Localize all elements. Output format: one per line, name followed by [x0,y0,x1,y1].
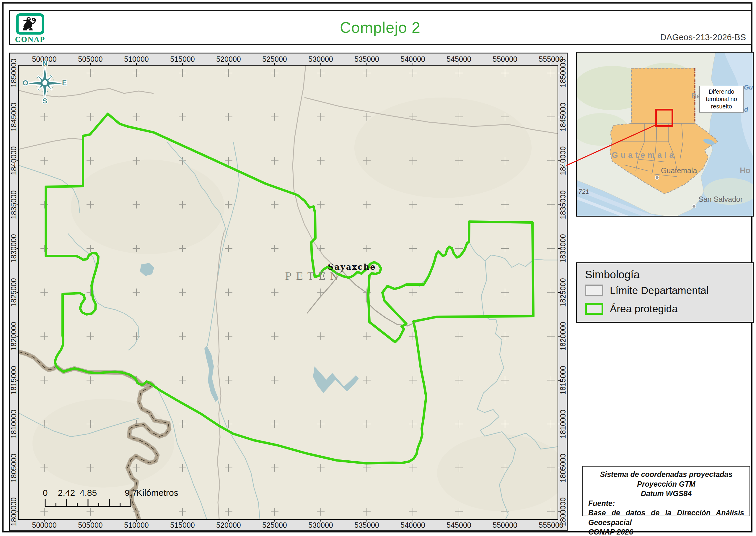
page-title: Complejo 2 [10,11,751,44]
compass-rose: N S E O [23,61,67,105]
axis-tick-label: 525000 [262,55,287,63]
credits-source-line: Base de datos de la Dirección Análisis G… [588,508,744,527]
axis-tick-label: 525000 [262,521,287,529]
header: CONAP Complejo 2 DAGeos-213-2026-BS [9,10,752,45]
axis-tick [413,519,413,521]
axis-tick [228,63,229,66]
credits-line: Datum WGS84 [588,489,744,498]
axis-tick [551,519,551,521]
axis-tick [557,512,560,512]
department-label: PETÉN [285,271,343,282]
territorial-note: Diferendo territorial no resuelto [699,86,743,113]
legend-item-label: Área protegida [610,303,678,315]
axis-tick [16,292,19,293]
axis-tick-label: 535000 [354,55,379,63]
axis-tick [557,292,560,293]
axis-tick [557,248,560,249]
document-code: DAGeos-213-2026-BS [660,32,746,42]
legend-item-label: Límite Departamental [610,285,709,296]
map-document-page: CONAP Complejo 2 DAGeos-213-2026-BS 5000… [0,0,756,536]
inset-map: Guatemala Be Guatemala San Salvador Ho G… [576,52,754,217]
axis-tick-label: 510000 [124,55,148,63]
axis-tick [274,63,275,66]
credits-line: Sistema de coordenadas proyectadas [588,470,744,479]
credits-source-line: CONAP 2026 [588,527,744,536]
axis-tick [16,336,19,337]
inset-country-label: Guatemala [612,151,676,159]
axis-tick [90,63,91,66]
axis-tick [16,468,19,468]
axis-tick-label: 545000 [447,55,471,63]
axis-tick-label: 545000 [447,521,471,529]
inset-honduras-label: Ho [740,166,750,175]
axis-tick [557,160,560,161]
axis-tick [182,63,183,66]
axis-tick-label: 540000 [400,521,425,529]
axis-tick [274,519,275,521]
axis-tick-label: 505000 [78,521,103,529]
legend-item-area-protegida: Área protegida [585,303,678,315]
axis-tick [182,519,183,521]
axis-tick-label: 505000 [78,55,103,63]
axis-tick [557,424,560,424]
credits-box: Sistema de coordenadas proyectadas Proye… [583,466,750,516]
credits-line: Proyección GTM [588,479,744,489]
axis-tick [16,73,19,73]
axis-tick-label: 515000 [170,55,195,63]
axis-tick [458,63,459,66]
legend-title: Simbología [585,269,640,281]
axis-tick [557,380,560,381]
compass-north-label: N [42,61,47,67]
axis-tick [16,248,19,249]
axis-tick [458,519,459,521]
legend: Simbología Límite Departamental Área pro… [576,262,754,323]
axis-tick [551,63,551,66]
axis-tick [413,63,413,66]
axis-tick [136,63,137,66]
axis-tick [16,380,19,381]
axis-tick-label: 500000 [32,521,56,529]
axis-tick [136,519,137,521]
axis-tick [366,63,367,66]
axis-tick [90,519,91,521]
axis-tick-label: 510000 [124,521,148,529]
credits-fuente-label: Fuente: [588,498,744,508]
legend-item-limite: Límite Departamental [585,285,709,296]
map-canvas [18,65,558,520]
compass-west-label: O [23,79,28,87]
axis-tick [320,519,321,521]
axis-tick [505,519,505,521]
inset-capital-label: Guatemala [661,166,697,175]
axis-tick [557,468,560,468]
axis-tick [16,117,19,117]
axis-tick-label: 530000 [308,55,333,63]
axis-tick-label: 540000 [400,55,425,63]
axis-tick [16,205,19,205]
axis-tick-label: 520000 [216,521,241,529]
axis-tick-label: 550000 [492,521,517,529]
axis-tick [320,63,321,66]
axis-tick [557,73,560,73]
inset-map-graphic: Guatemala Be Guatemala San Salvador Ho G… [577,52,754,217]
limite-swatch-icon [585,285,603,296]
axis-tick [16,424,19,424]
axis-tick-label: 530000 [308,521,333,529]
axis-tick-label: 550000 [492,55,517,63]
compass-south-label: S [43,97,47,105]
axis-tick-label: 520000 [216,55,241,63]
area-protegida-swatch-icon [585,303,603,315]
axis-tick [44,519,45,521]
inset-city-label: San Salvador [698,195,743,203]
compass-east-label: E [62,79,67,87]
axis-tick [557,205,560,205]
axis-tick-label: 515000 [170,521,195,529]
axis-tick [505,63,505,66]
axis-tick-label: 535000 [354,521,379,529]
axis-tick [366,519,367,521]
axis-tick [228,519,229,521]
axis-tick [557,336,560,337]
axis-tick [557,117,560,117]
axis-tick [16,160,19,161]
axis-tick [16,512,19,512]
town-label: Sayaxche [328,262,376,272]
